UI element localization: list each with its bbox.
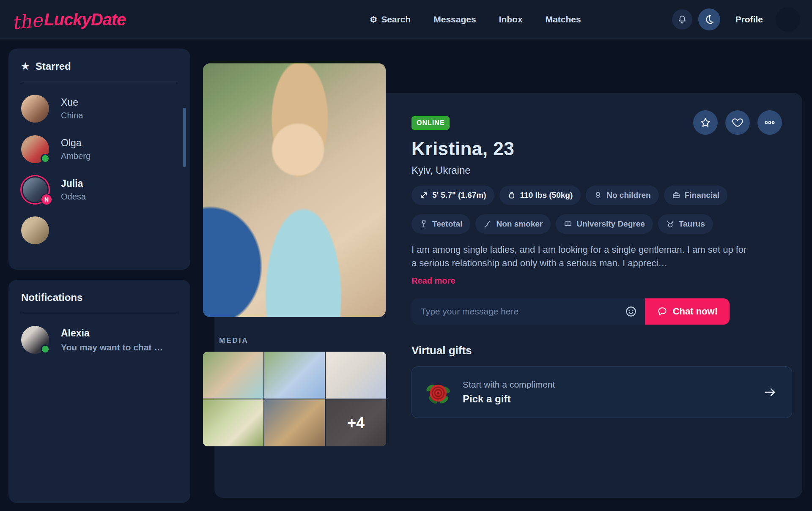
starred-panel: ★ Starred Xue China Olga Amberg N Julia … <box>8 49 190 270</box>
smiley-icon <box>625 305 637 318</box>
person-name: Julia <box>61 178 86 189</box>
profile-link[interactable]: Profile <box>735 14 763 25</box>
pill-label: Non smoker <box>496 219 543 229</box>
weight-icon <box>508 191 516 199</box>
notification-message: You may want to chat w… <box>61 342 167 353</box>
notifications-title: Notifications <box>21 292 82 303</box>
nav-label: Search <box>381 14 411 25</box>
media-thumbnail-4[interactable] <box>203 399 263 446</box>
chat-bubble-icon <box>657 306 668 317</box>
read-more-link[interactable]: Read more <box>411 276 455 286</box>
message-composer: Chat now! <box>411 298 730 325</box>
profile-card: MEDIA +4 <box>214 93 802 498</box>
media-thumbnail-5[interactable] <box>264 399 325 446</box>
star-icon: ★ <box>21 61 30 72</box>
online-status-dot <box>41 344 50 354</box>
avatar <box>21 95 49 123</box>
avatar <box>21 216 49 244</box>
gift-texts: Start with a compliment Pick a gift <box>463 380 555 405</box>
bell-icon <box>677 14 687 25</box>
starred-title: Starred <box>36 60 71 72</box>
brand-logo[interactable]: the LuckyDate <box>12 10 126 29</box>
more-options-button[interactable] <box>757 110 782 135</box>
media-thumbnail-2[interactable] <box>264 352 325 399</box>
divider <box>21 82 178 82</box>
pill-occupation: Financial <box>664 186 727 205</box>
starred-item-xue[interactable]: Xue China <box>21 95 178 123</box>
ellipsis-icon <box>763 116 776 129</box>
nav-label: Inbox <box>499 14 523 25</box>
pill-label: 110 lbs (50kg) <box>520 191 573 200</box>
notification-item-alexia[interactable]: Alexia You may want to chat w… <box>21 326 178 354</box>
pill-children: No children <box>586 186 659 205</box>
nav-item-messages[interactable]: Messages <box>433 14 476 25</box>
top-bar: the LuckyDate ⚙ Search Messages Inbox Ma… <box>0 0 812 39</box>
divider <box>21 313 178 313</box>
starred-item-partial[interactable] <box>21 216 178 244</box>
profile-name-age: Kristina, 23 <box>411 138 792 159</box>
nav-item-inbox[interactable]: Inbox <box>499 14 523 25</box>
dark-mode-toggle[interactable] <box>698 8 720 30</box>
emoji-picker-button[interactable] <box>625 305 637 318</box>
pill-label: Taurus <box>679 219 705 229</box>
message-input[interactable] <box>421 306 620 317</box>
gift-card[interactable]: Start with a compliment Pick a gift <box>411 366 792 418</box>
avatar <box>21 326 49 354</box>
nav-label: Messages <box>433 14 476 25</box>
notifications-bell-button[interactable] <box>672 9 692 30</box>
brand-prefix: the <box>11 11 43 32</box>
media-grid: +4 <box>203 352 386 446</box>
media-thumbnail-1[interactable] <box>203 352 263 399</box>
main-nav: ⚙ Search Messages Inbox Matches <box>370 14 581 25</box>
media-thumbnail-3[interactable] <box>326 352 386 399</box>
gift-subtitle: Start with a compliment <box>463 380 555 390</box>
media-thumbnail-more[interactable]: +4 <box>326 399 386 446</box>
nav-label: Matches <box>546 14 581 25</box>
chat-now-button[interactable]: Chat now! <box>645 298 730 325</box>
profile-actions <box>693 110 782 135</box>
notifications-header: Notifications <box>21 292 178 303</box>
virtual-gifts-title: Virtual gifts <box>411 344 792 357</box>
moon-icon <box>704 14 715 25</box>
media-more-count: +4 <box>326 399 386 446</box>
like-heart-button[interactable] <box>725 110 750 135</box>
pill-weight: 110 lbs (50kg) <box>499 186 581 205</box>
gift-cta: Pick a gift <box>463 393 555 405</box>
starred-header: ★ Starred <box>21 60 178 72</box>
pill-education: University Degree <box>556 214 653 234</box>
favorite-star-button[interactable] <box>693 110 718 135</box>
starred-item-olga[interactable]: Olga Amberg <box>21 135 178 163</box>
attribute-pills-row-2: Teetotal Non smoker University Degree Ta… <box>411 214 792 234</box>
pill-height: 5' 5.7" (1.67m) <box>411 186 494 205</box>
book-icon <box>564 220 572 228</box>
profile-location: Kyiv, Ukraine <box>411 164 792 176</box>
pill-label: Financial <box>685 191 719 200</box>
chat-now-label: Chat now! <box>673 306 718 317</box>
media-section-label: MEDIA <box>219 336 249 345</box>
message-input-wrap <box>411 298 645 325</box>
no-smoking-icon <box>483 220 492 228</box>
pill-drinking: Teetotal <box>411 214 470 234</box>
avatar: N <box>21 176 49 204</box>
taurus-icon <box>666 220 675 228</box>
gear-icon: ⚙ <box>370 14 377 25</box>
avatar <box>21 135 49 163</box>
pill-smoking: Non smoker <box>475 214 551 234</box>
person-location: China <box>61 111 83 120</box>
height-icon <box>420 191 428 199</box>
pill-label: University Degree <box>576 219 645 229</box>
nav-item-matches[interactable]: Matches <box>546 14 581 25</box>
online-status-badge: ONLINE <box>411 116 450 130</box>
brand-name: LuckyDate <box>44 10 126 29</box>
new-badge: N <box>41 194 52 205</box>
starred-item-julia[interactable]: N Julia Odesa <box>21 176 178 204</box>
starred-scrollbar[interactable] <box>183 108 186 167</box>
profile-main-photo[interactable] <box>203 63 386 317</box>
heart-outline-icon <box>732 117 743 128</box>
nav-item-search[interactable]: ⚙ Search <box>370 14 411 25</box>
user-avatar[interactable] <box>776 7 800 32</box>
profile-bio: I am among single ladies, and I am looki… <box>411 243 748 270</box>
person-location: Amberg <box>61 151 91 161</box>
profile-details-column: ONLINE Kristina, 23 Kyiv, Ukraine 5' 5.7… <box>411 116 792 418</box>
attribute-pills-row-1: 5' 5.7" (1.67m) 110 lbs (50kg) No childr… <box>411 186 792 205</box>
